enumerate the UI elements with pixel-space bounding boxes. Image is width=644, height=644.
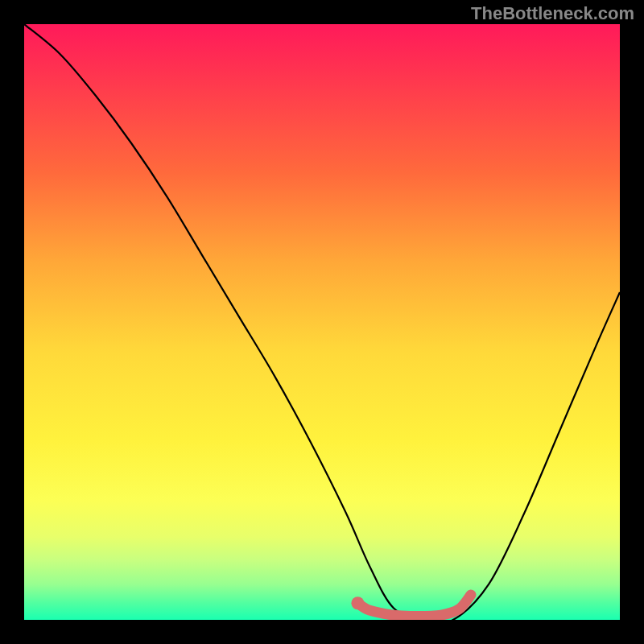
optimal-range-marker (357, 595, 471, 617)
chart-svg (24, 24, 620, 620)
watermark-text: TheBottleneck.com (471, 3, 634, 24)
plot-area (24, 24, 620, 620)
chart-container: TheBottleneck.com (0, 0, 644, 644)
bottleneck-curve-path (24, 24, 620, 620)
optimal-start-dot (351, 597, 364, 609)
